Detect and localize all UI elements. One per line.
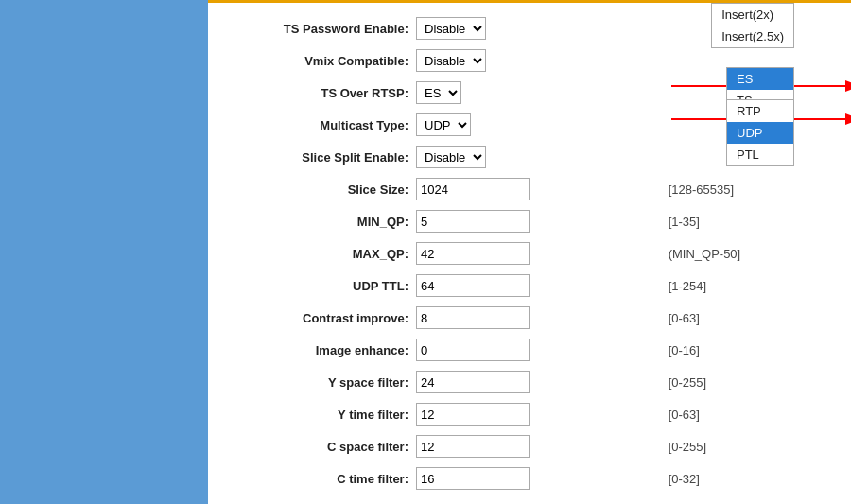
c-space-filter-label: C space filter: <box>227 430 416 462</box>
c-time-filter-label: C time filter: <box>227 462 416 495</box>
y-space-filter-control <box>416 366 663 398</box>
image-enhance-control <box>416 334 663 366</box>
y-space-filter-input[interactable] <box>416 371 530 393</box>
c-time-filter-row: C time filter: [0-32] <box>227 462 832 495</box>
slice-size-input[interactable] <box>416 178 530 200</box>
contrast-input[interactable] <box>416 306 530 329</box>
multicast-control: RTP UDP PTL <box>416 109 663 141</box>
udp-ttl-hint: [1-254] <box>663 269 832 302</box>
apply-row: Apply <box>227 495 832 504</box>
c-space-filter-hint: [0-255] <box>663 430 832 462</box>
insert-2-5x-option[interactable]: Insert(2.5x) <box>712 26 793 47</box>
slice-split-select[interactable]: Disable Enable <box>416 146 486 168</box>
y-time-filter-row: Y time filter: [0-63] <box>227 398 832 430</box>
y-time-filter-input[interactable] <box>416 403 530 426</box>
max-qp-control <box>416 237 663 269</box>
main-content: Insert(2x) Insert(2.5x) ES TS RTP UDP PT… <box>208 0 851 504</box>
ts-es-option[interactable]: ES <box>727 68 793 90</box>
udp-ttl-row: UDP TTL: [1-254] <box>227 269 832 302</box>
y-time-filter-control <box>416 398 663 430</box>
slice-size-label: Slice Size: <box>227 173 416 205</box>
multicast-select[interactable]: RTP UDP PTL <box>416 113 471 136</box>
y-time-filter-hint: [0-63] <box>663 398 832 430</box>
min-qp-input[interactable] <box>416 210 530 233</box>
c-time-filter-input[interactable] <box>416 467 530 490</box>
min-qp-hint: [1-35] <box>663 205 832 237</box>
ts-password-select[interactable]: Disable Enable <box>416 17 486 40</box>
udp-option[interactable]: UDP <box>727 122 793 144</box>
slice-split-label: Slice Split Enable: <box>227 141 416 173</box>
max-qp-label: MAX_QP: <box>227 237 416 269</box>
insert-2x-option[interactable]: Insert(2x) <box>712 4 793 26</box>
slice-size-control <box>416 173 663 205</box>
vmix-control: Disable Enable <box>416 44 663 77</box>
contrast-label: Contrast improve: <box>227 302 416 334</box>
image-enhance-input[interactable] <box>416 339 530 361</box>
slice-size-hint: [128-65535] <box>663 173 832 205</box>
slice-size-row: Slice Size: [128-65535] <box>227 173 832 205</box>
vmix-label: Vmix Compatible: <box>227 44 416 77</box>
y-space-filter-label: Y space filter: <box>227 366 416 398</box>
c-space-filter-input[interactable] <box>416 435 530 458</box>
min-qp-label: MIN_QP: <box>227 205 416 237</box>
slice-split-control: Disable Enable <box>416 141 663 173</box>
min-qp-row: MIN_QP: [1-35] <box>227 205 832 237</box>
apply-cell: Apply <box>227 495 832 504</box>
c-space-filter-row: C space filter: [0-255] <box>227 430 832 462</box>
contrast-hint: [0-63] <box>663 302 832 334</box>
udp-ttl-control <box>416 269 663 302</box>
y-space-filter-row: Y space filter: [0-255] <box>227 366 832 398</box>
c-time-filter-control <box>416 462 663 495</box>
image-enhance-label: Image enhance: <box>227 334 416 366</box>
contrast-row: Contrast improve: [0-63] <box>227 302 832 334</box>
ptl-option[interactable]: PTL <box>727 144 793 165</box>
ts-rtsp-control: ES TS <box>416 77 663 109</box>
max-qp-row: MAX_QP: (MIN_QP-50] <box>227 237 832 269</box>
insert-dropdown[interactable]: Insert(2x) Insert(2.5x) <box>711 3 794 48</box>
max-qp-hint: (MIN_QP-50] <box>663 237 832 269</box>
ts-rtsp-label: TS Over RTSP: <box>227 77 416 109</box>
sidebar <box>0 0 208 504</box>
c-space-filter-control <box>416 430 663 462</box>
y-space-filter-hint: [0-255] <box>663 366 832 398</box>
min-qp-control <box>416 205 663 237</box>
c-time-filter-hint: [0-32] <box>663 462 832 495</box>
image-enhance-row: Image enhance: [0-16] <box>227 334 832 366</box>
y-time-filter-label: Y time filter: <box>227 398 416 430</box>
multicast-label: Multicast Type: <box>227 109 416 141</box>
rtp-option[interactable]: RTP <box>727 100 793 122</box>
udp-ttl-input[interactable] <box>416 274 530 297</box>
ts-password-label: TS Password Enable: <box>227 12 416 44</box>
max-qp-input[interactable] <box>416 242 530 265</box>
image-enhance-hint: [0-16] <box>663 334 832 366</box>
udp-ttl-label: UDP TTL: <box>227 269 416 302</box>
vmix-select[interactable]: Disable Enable <box>416 49 486 72</box>
contrast-control <box>416 302 663 334</box>
ts-rtsp-select[interactable]: ES TS <box>416 81 461 104</box>
ts-password-control: Disable Enable <box>416 12 663 44</box>
